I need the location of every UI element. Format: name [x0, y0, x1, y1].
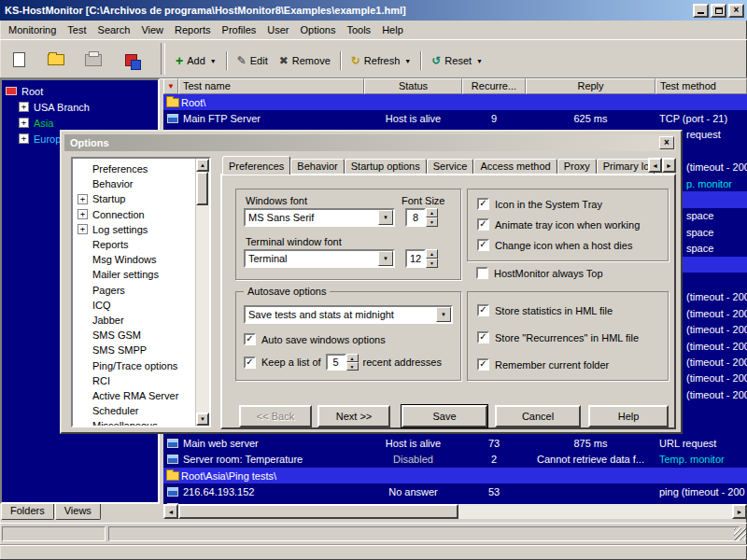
options-tree-item-preferences[interactable]: Preferences: [78, 161, 209, 176]
options-tree-scrollbar[interactable]: ▲ ▼: [195, 159, 209, 426]
options-tree-item-active-rma-server[interactable]: Active RMA Server: [78, 388, 209, 403]
tree-expander-icon[interactable]: +: [19, 118, 29, 128]
cancel-button[interactable]: Cancel: [495, 405, 581, 427]
tree-expander-icon[interactable]: +: [78, 224, 88, 234]
add-dropdown-arrow-icon[interactable]: ▼: [210, 58, 217, 64]
column-header-test-method[interactable]: Test method: [655, 78, 747, 94]
scroll-right-button[interactable]: ►: [732, 504, 747, 519]
options-tree-item-miscellaneous[interactable]: Miscellaneous: [78, 418, 209, 427]
menu-item-test[interactable]: Test: [62, 21, 92, 38]
options-tree-item-reports[interactable]: Reports: [78, 237, 209, 252]
close-button[interactable]: ×: [728, 4, 744, 18]
window-titlebar[interactable]: KS-HostMonitor [C:\Archivos de programa\…: [0, 0, 747, 21]
dialog-tab-service[interactable]: Service: [427, 159, 474, 174]
options-tree-item-behavior[interactable]: Behavior: [78, 176, 209, 191]
spin-down-icon[interactable]: ▼: [346, 362, 359, 371]
open-file-button[interactable]: [43, 47, 69, 73]
checkbox-keep-a-list-of[interactable]: ✓Keep a list of: [244, 357, 321, 369]
checkbox-store-statistics-in-hml-file[interactable]: ✓Store statistics in HML file: [477, 304, 639, 316]
scroll-up-button[interactable]: ▲: [196, 159, 209, 172]
terminal-font-combobox[interactable]: Terminal ▼: [244, 249, 395, 268]
color-tool-button[interactable]: [118, 47, 144, 73]
resize-grip[interactable]: [734, 528, 746, 540]
checkbox-hostmonitor-always-top[interactable]: HostMonitor always Top: [476, 267, 603, 279]
terminal-size-spinner[interactable]: 12 ▲▼: [405, 249, 438, 268]
checkbox-auto-save-windows-options[interactable]: ✓Auto save windows options: [244, 333, 386, 345]
reset-dropdown-arrow-icon[interactable]: ▼: [476, 58, 483, 64]
tree-expander-icon[interactable]: +: [78, 209, 88, 219]
scrollbar-thumb[interactable]: [178, 504, 458, 519]
options-tree-item-sms-smpp[interactable]: SMS SMPP: [78, 343, 209, 357]
minimize-button[interactable]: [693, 4, 709, 18]
options-tree-item-sms-gsm[interactable]: SMS GSM: [78, 328, 209, 343]
dialog-tab-access-method[interactable]: Access method: [473, 159, 557, 174]
column-header-recurre[interactable]: Recurre...: [462, 78, 526, 94]
options-tree-item-icq[interactable]: ICQ: [78, 298, 209, 313]
checkbox-store-recurrences-in-hml-file[interactable]: ✓Store "Recurrences" in HML file: [477, 331, 639, 343]
spin-up-icon[interactable]: ▲: [426, 249, 438, 259]
folder-tree-item-root[interactable]: Root: [2, 83, 158, 99]
new-file-button[interactable]: [6, 47, 32, 73]
scroll-down-button[interactable]: ▼: [196, 413, 209, 426]
menu-item-help[interactable]: Help: [376, 21, 409, 38]
dialog-tab-preferences[interactable]: Preferences: [222, 156, 290, 175]
folder-tree-item-usa-branch[interactable]: +USA Branch: [2, 99, 158, 115]
spin-down-icon[interactable]: ▼: [426, 259, 438, 268]
spin-up-icon[interactable]: ▲: [426, 208, 438, 217]
options-tree-item-scheduler[interactable]: Scheduler: [78, 403, 209, 418]
tree-expander-icon[interactable]: +: [19, 102, 29, 112]
refresh-button[interactable]: ↻ Refresh ▼: [345, 52, 417, 69]
spin-down-icon[interactable]: ▼: [426, 217, 438, 227]
table-row-test[interactable]: Main web serverHost is alive73875 msURL …: [163, 435, 747, 451]
dialog-tab-primary-log[interactable]: Primary log: [597, 159, 655, 174]
checkbox-icon-in-the-system-tray[interactable]: ✓Icon in the System Tray: [477, 198, 640, 210]
options-tree-item-startup[interactable]: +Startup: [78, 191, 209, 206]
windows-font-combobox[interactable]: MS Sans Serif ▼: [244, 208, 395, 227]
menu-item-profiles[interactable]: Profiles: [217, 21, 262, 38]
panel-tab-views[interactable]: Views: [55, 504, 101, 520]
column-header-status[interactable]: Status: [364, 78, 462, 94]
scroll-left-button[interactable]: ◄: [163, 504, 178, 519]
dialog-close-button[interactable]: ×: [659, 136, 674, 149]
recent-addresses-spinner[interactable]: 5 ▲▼: [326, 354, 359, 371]
menu-item-monitoring[interactable]: Monitoring: [3, 21, 62, 38]
font-size-spinner[interactable]: 8 ▲▼: [405, 208, 438, 227]
options-tree-item-connection[interactable]: +Connection: [78, 207, 209, 222]
dialog-titlebar[interactable]: Options ×: [64, 134, 676, 151]
refresh-dropdown-arrow-icon[interactable]: ▼: [404, 58, 411, 64]
dropdown-arrow-icon[interactable]: ▼: [378, 251, 393, 266]
menu-item-search[interactable]: Search: [92, 21, 136, 38]
options-tree-item-ping-trace-options[interactable]: Ping/Trace options: [78, 357, 209, 372]
dialog-tab-behavior[interactable]: Behavior: [290, 159, 344, 174]
menu-item-user[interactable]: User: [261, 21, 294, 38]
menu-item-options[interactable]: Options: [295, 21, 342, 38]
checkbox-change-icon-when-a-host-dies[interactable]: ✓Change icon when a host dies: [477, 239, 640, 251]
checkbox-animate-tray-icon-when-working[interactable]: ✓Animate tray icon when working: [477, 218, 640, 231]
panel-tab-folders[interactable]: Folders: [1, 504, 54, 520]
table-row-folder[interactable]: Root\: [163, 94, 747, 110]
tree-expander-icon[interactable]: +: [19, 133, 29, 144]
table-row-folder[interactable]: Root\Asia\Ping tests\: [163, 468, 747, 483]
menu-item-tools[interactable]: Tools: [341, 21, 376, 38]
options-tree-item-msg-windows[interactable]: Msg Windows: [78, 252, 209, 267]
back-button[interactable]: << Back: [239, 405, 312, 427]
help-button[interactable]: Help: [588, 405, 669, 427]
table-row-test[interactable]: Main FTP ServerHost is alive9625 msTCP (…: [163, 110, 747, 126]
dropdown-arrow-icon[interactable]: ▼: [378, 210, 393, 225]
column-header-reply[interactable]: Reply: [526, 78, 655, 94]
edit-button[interactable]: ✎ Edit: [232, 52, 274, 69]
autosave-mode-combobox[interactable]: Save tests and stats at midnight ▼: [244, 305, 453, 324]
checkbox-remember-current-folder[interactable]: ✓Remember current folder: [477, 358, 639, 371]
tree-expander-icon[interactable]: +: [78, 194, 88, 204]
dialog-tab-startup-options[interactable]: Startup options: [345, 159, 427, 174]
table-row-test[interactable]: 216.64.193.152No answer53ping (timeout -…: [163, 483, 747, 499]
menu-item-reports[interactable]: Reports: [169, 21, 217, 38]
reset-button[interactable]: ↺ Reset ▼: [426, 52, 488, 69]
dialog-tab-proxy[interactable]: Proxy: [557, 159, 597, 174]
dropdown-arrow-icon[interactable]: ▼: [436, 307, 451, 322]
folder-tree-item-asia[interactable]: +Asia: [2, 115, 158, 131]
tab-scroll-left-button[interactable]: ◄: [648, 158, 662, 173]
save-button[interactable]: Save: [402, 405, 487, 427]
options-tree-item-log-settings[interactable]: +Log settings: [78, 222, 209, 237]
print-button[interactable]: [80, 47, 106, 73]
